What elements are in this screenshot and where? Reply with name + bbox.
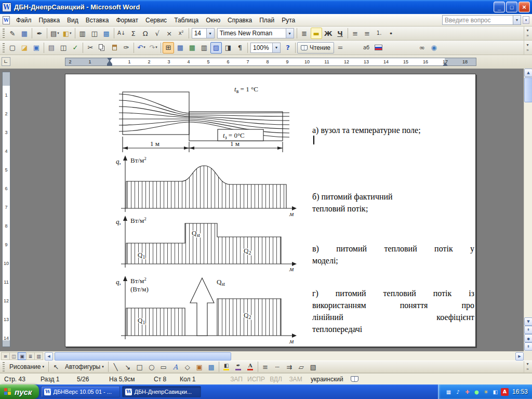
horizontal-scroll-track[interactable] [54, 352, 515, 361]
menu-item[interactable]: Формат [112, 15, 142, 25]
vertical-scroll-thumb[interactable] [524, 77, 532, 102]
text-box-icon[interactable]: ▭ [158, 361, 169, 373]
read-mode-button[interactable]: Чтение [297, 42, 334, 54]
pen-icon[interactable]: ✒ [34, 28, 45, 39]
format-painter-icon[interactable]: ✑ [121, 42, 132, 54]
caption-line[interactable]: використанням поняття про [312, 299, 474, 311]
redo-icon[interactable]: ↷▾ [148, 42, 159, 54]
toolbar-options-icon[interactable]: ▾» [524, 26, 531, 40]
restore-button[interactable]: □ [506, 2, 517, 12]
show-marks-icon[interactable]: ¶ [234, 42, 246, 54]
caption-line[interactable]: теплопередачі [312, 323, 474, 335]
binoculars-icon[interactable]: ∞ [416, 42, 428, 54]
arrow-icon[interactable]: ↘ [122, 361, 134, 373]
diagram-icon[interactable]: ◇ [182, 361, 193, 373]
left-indent-marker[interactable] [107, 64, 112, 66]
line-icon[interactable]: ╲ [110, 361, 122, 373]
horizontal-ruler[interactable]: 21 123456789101112131415161718 [65, 58, 476, 66]
horizontal-scroll-thumb[interactable] [55, 352, 231, 361]
multiply-icon[interactable]: × [164, 28, 175, 39]
document-icon[interactable]: W [3, 16, 10, 24]
columns-icon[interactable]: ▥ [198, 42, 210, 54]
rectangle-icon[interactable]: □ [134, 361, 145, 373]
oval-icon[interactable]: ○ [146, 361, 157, 373]
document-page[interactable]: tв = 1 °C tз = 0°C 1 м 1 м q, Вт/м2 м q,… [65, 74, 476, 347]
arrow-style-icon[interactable]: ⇉ [284, 361, 295, 373]
menu-item[interactable]: Правка [35, 15, 64, 25]
insert-table-icon[interactable]: ▦ [19, 28, 30, 39]
document-figure[interactable]: tв = 1 °C tз = 0°C 1 м 1 м q, Вт/м2 м q,… [115, 85, 307, 347]
scroll-up-icon[interactable]: ▲ [524, 69, 532, 77]
superscript-icon[interactable]: x² [176, 28, 187, 39]
toolbar-grip[interactable] [3, 43, 5, 52]
print-layout-view-icon[interactable]: ▣ [18, 352, 26, 360]
wordart-icon[interactable]: А [170, 361, 181, 373]
question-box[interactable]: Введите вопрос ▾ [442, 15, 521, 25]
tray-update-icon[interactable]: ✳ [482, 388, 490, 396]
menu-item[interactable]: Таблица [170, 15, 202, 25]
justify-icon[interactable]: ≣ [299, 28, 310, 39]
save-icon[interactable]: ▣ [31, 42, 42, 54]
chevron-down-icon[interactable]: ▾ [513, 16, 521, 24]
menu-item[interactable]: Справка [224, 15, 256, 25]
font-name-combo[interactable]: Times New Roman ▾ [217, 28, 294, 38]
scroll-left-icon[interactable]: ◀ [45, 352, 53, 361]
status-indicator[interactable]: ЗАП [227, 376, 246, 383]
normal-view-icon[interactable]: ≡ [1, 352, 10, 360]
globe-icon[interactable]: ◉ [428, 42, 440, 54]
caption-line[interactable]: в) питомий тепловий потік у [312, 243, 474, 255]
print-preview-icon[interactable]: ◫ [58, 42, 69, 54]
menu-item[interactable]: Окно [202, 15, 224, 25]
merge-cells-icon[interactable]: ▥ [77, 28, 88, 39]
insert-picture-icon[interactable]: ▩ [206, 361, 217, 373]
scroll-down-icon[interactable]: ▼ [524, 317, 532, 326]
outline-view-icon[interactable]: ≣ [26, 352, 35, 360]
hanging-indent-marker[interactable] [107, 60, 112, 64]
spelling-icon[interactable]: ✓ [70, 42, 81, 54]
web-layout-view-icon[interactable]: ◫ [9, 352, 18, 360]
caption-g[interactable]: г) питомий тепловий потік ізвикористання… [312, 287, 474, 335]
menu-item[interactable]: Рута [278, 15, 299, 25]
title-bar[interactable]: W ДБН-ДнепрСавицкий - Microsoft Word _ □… [0, 0, 532, 14]
scroll-right-icon[interactable]: ▶ [515, 352, 524, 361]
close-button[interactable]: × [518, 2, 530, 12]
tray-antivirus-icon[interactable]: ✚ [463, 388, 471, 396]
taskbar-window-button[interactable]: W ДБНВерс 10.05 01 - ... [41, 386, 120, 397]
toolbar-grip[interactable] [3, 362, 5, 371]
tray-display-icon[interactable]: ▦ [445, 388, 453, 396]
font-size-combo[interactable]: 14 ▾ [192, 28, 215, 38]
dash-style-icon[interactable]: ┄ [272, 361, 283, 373]
align-left-icon[interactable]: ≡ [350, 28, 361, 39]
caption-b[interactable]: б) питомий фактичнийтепловий потік; [312, 191, 432, 215]
drawing-menu-button[interactable]: Рисование ▾ [7, 362, 47, 372]
equals-icon[interactable]: = [335, 42, 346, 54]
insert-excel-icon[interactable]: ▦ [187, 42, 198, 54]
menu-options-icon[interactable]: ▾ [523, 16, 529, 24]
numbering-icon[interactable]: 1. [374, 28, 385, 39]
new-document-icon[interactable]: ▢ [7, 42, 18, 54]
toolbar-options-icon[interactable]: ▾» [524, 41, 531, 55]
tab-selector-icon[interactable]: ∟ [2, 57, 10, 66]
document-map-icon[interactable]: ◨ [222, 42, 234, 54]
caption-v[interactable]: в) питомий тепловий потік умоделі; [312, 243, 474, 267]
bullets-icon[interactable]: • [385, 28, 397, 39]
borders-icon[interactable]: ▤▾ [49, 28, 61, 39]
drawing-icon[interactable]: ▨ [210, 42, 222, 54]
highlight-icon[interactable]: ▬ [311, 28, 322, 39]
vertical-ruler[interactable]: 1234567891011121314 [2, 72, 10, 347]
tray-language-icon[interactable]: А [501, 388, 509, 396]
minimize-button[interactable]: _ [494, 2, 505, 12]
caption-a[interactable]: а) вузол та температурне поле; [312, 124, 478, 136]
caption-line[interactable]: б) питомий фактичний [312, 191, 432, 203]
autoshapes-button[interactable]: Автофигуры ▾ [62, 362, 107, 372]
status-indicator[interactable]: ВДЛ [266, 376, 286, 383]
taskbar-window-button[interactable]: W ДБН-ДнепрСавицки... [122, 386, 201, 397]
copy-icon[interactable] [97, 42, 108, 54]
spelling-status-icon[interactable] [351, 376, 358, 382]
split-cells-icon[interactable]: ◫ [89, 28, 100, 39]
caption-line[interactable]: тепловий потік; [312, 203, 432, 215]
select-browse-object-icon[interactable]: ● [524, 334, 532, 342]
tray-shield-icon[interactable]: ● [473, 388, 481, 396]
clip-art-icon[interactable]: ▣ [194, 361, 205, 373]
status-indicator[interactable]: ИСПР [246, 376, 266, 383]
